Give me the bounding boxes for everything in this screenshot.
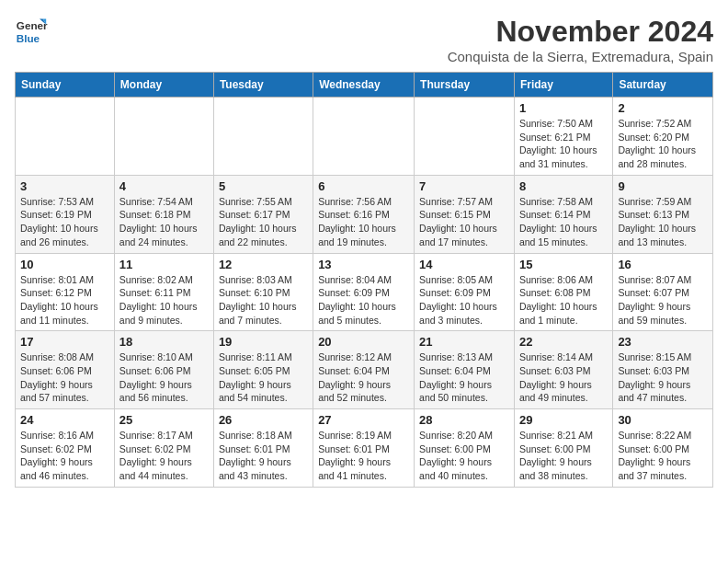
weekday-header-sunday: Sunday: [16, 73, 115, 98]
calendar-cell: 18Sunrise: 8:10 AM Sunset: 6:06 PM Dayli…: [114, 331, 213, 409]
calendar-week-2: 3Sunrise: 7:53 AM Sunset: 6:19 PM Daylig…: [16, 175, 713, 253]
day-detail: Sunrise: 8:16 AM Sunset: 6:02 PM Dayligh…: [20, 429, 109, 483]
calendar-cell: [313, 98, 415, 176]
logo-icon: General Blue: [15, 15, 48, 48]
calendar-cell: 14Sunrise: 8:05 AM Sunset: 6:09 PM Dayli…: [415, 253, 515, 331]
day-number: 5: [219, 179, 308, 193]
day-detail: Sunrise: 8:02 AM Sunset: 6:11 PM Dayligh…: [119, 273, 209, 327]
calendar-cell: 10Sunrise: 8:01 AM Sunset: 6:12 PM Dayli…: [16, 253, 115, 331]
day-detail: Sunrise: 8:06 AM Sunset: 6:08 PM Dayligh…: [519, 273, 608, 327]
title-section: November 2024 Conquista de la Sierra, Ex…: [448, 15, 713, 64]
day-detail: Sunrise: 7:50 AM Sunset: 6:21 PM Dayligh…: [519, 117, 608, 171]
calendar-cell: 19Sunrise: 8:11 AM Sunset: 6:05 PM Dayli…: [213, 331, 313, 409]
day-number: 20: [318, 335, 409, 349]
day-detail: Sunrise: 8:03 AM Sunset: 6:10 PM Dayligh…: [219, 273, 308, 327]
day-number: 26: [219, 413, 308, 427]
day-number: 21: [419, 335, 509, 349]
day-number: 15: [519, 258, 608, 271]
calendar-cell: 3Sunrise: 7:53 AM Sunset: 6:19 PM Daylig…: [16, 175, 115, 253]
calendar-cell: 26Sunrise: 8:18 AM Sunset: 6:01 PM Dayli…: [213, 409, 313, 488]
day-detail: Sunrise: 8:22 AM Sunset: 6:00 PM Dayligh…: [618, 429, 708, 483]
day-number: 2: [618, 101, 708, 115]
day-number: 25: [119, 413, 209, 427]
day-number: 27: [318, 413, 409, 427]
calendar-cell: [415, 98, 515, 176]
day-number: 17: [20, 335, 109, 349]
day-detail: Sunrise: 7:53 AM Sunset: 6:19 PM Dayligh…: [20, 195, 109, 249]
day-detail: Sunrise: 8:13 AM Sunset: 6:04 PM Dayligh…: [419, 350, 509, 405]
calendar-cell: [16, 98, 115, 176]
day-number: 23: [618, 335, 708, 349]
calendar-cell: 17Sunrise: 8:08 AM Sunset: 6:06 PM Dayli…: [16, 331, 115, 409]
day-detail: Sunrise: 7:56 AM Sunset: 6:16 PM Dayligh…: [318, 195, 409, 249]
day-number: 9: [618, 179, 708, 193]
day-number: 14: [419, 258, 509, 271]
day-detail: Sunrise: 8:05 AM Sunset: 6:09 PM Dayligh…: [419, 273, 509, 327]
day-detail: Sunrise: 8:20 AM Sunset: 6:00 PM Dayligh…: [419, 429, 509, 483]
calendar-week-4: 17Sunrise: 8:08 AM Sunset: 6:06 PM Dayli…: [16, 331, 713, 409]
page-header: General Blue November 2024 Conquista de …: [15, 15, 713, 64]
day-detail: Sunrise: 8:14 AM Sunset: 6:03 PM Dayligh…: [519, 350, 608, 405]
weekday-header-friday: Friday: [514, 73, 612, 98]
calendar-cell: [114, 98, 213, 176]
day-detail: Sunrise: 7:57 AM Sunset: 6:15 PM Dayligh…: [419, 195, 509, 249]
calendar-cell: 12Sunrise: 8:03 AM Sunset: 6:10 PM Dayli…: [213, 253, 313, 331]
calendar-cell: 23Sunrise: 8:15 AM Sunset: 6:03 PM Dayli…: [613, 331, 713, 409]
calendar-cell: 7Sunrise: 7:57 AM Sunset: 6:15 PM Daylig…: [415, 175, 515, 253]
logo: General Blue: [15, 15, 48, 48]
weekday-header-tuesday: Tuesday: [213, 73, 313, 98]
day-number: 18: [119, 335, 209, 349]
calendar-cell: 8Sunrise: 7:58 AM Sunset: 6:14 PM Daylig…: [514, 175, 612, 253]
day-detail: Sunrise: 8:19 AM Sunset: 6:01 PM Dayligh…: [318, 429, 409, 483]
calendar-table: SundayMondayTuesdayWednesdayThursdayFrid…: [15, 72, 713, 488]
day-number: 12: [219, 258, 308, 271]
day-detail: Sunrise: 8:10 AM Sunset: 6:06 PM Dayligh…: [119, 350, 209, 405]
day-number: 7: [419, 179, 509, 193]
day-detail: Sunrise: 8:18 AM Sunset: 6:01 PM Dayligh…: [219, 429, 308, 483]
month-title: November 2024: [448, 15, 713, 49]
calendar-cell: 5Sunrise: 7:55 AM Sunset: 6:17 PM Daylig…: [213, 175, 313, 253]
weekday-header-wednesday: Wednesday: [313, 73, 415, 98]
calendar-cell: 28Sunrise: 8:20 AM Sunset: 6:00 PM Dayli…: [415, 409, 515, 488]
calendar-cell: 22Sunrise: 8:14 AM Sunset: 6:03 PM Dayli…: [514, 331, 612, 409]
day-number: 11: [119, 258, 209, 271]
day-detail: Sunrise: 7:55 AM Sunset: 6:17 PM Dayligh…: [219, 195, 308, 249]
location-subtitle: Conquista de la Sierra, Extremadura, Spa…: [448, 49, 713, 64]
day-number: 13: [318, 258, 409, 271]
weekday-header-monday: Monday: [114, 73, 213, 98]
calendar-cell: 21Sunrise: 8:13 AM Sunset: 6:04 PM Dayli…: [415, 331, 515, 409]
calendar-header-row: SundayMondayTuesdayWednesdayThursdayFrid…: [16, 73, 713, 98]
calendar-cell: 20Sunrise: 8:12 AM Sunset: 6:04 PM Dayli…: [313, 331, 415, 409]
day-detail: Sunrise: 7:58 AM Sunset: 6:14 PM Dayligh…: [519, 195, 608, 249]
day-detail: Sunrise: 8:04 AM Sunset: 6:09 PM Dayligh…: [318, 273, 409, 327]
day-detail: Sunrise: 8:01 AM Sunset: 6:12 PM Dayligh…: [20, 273, 109, 327]
day-number: 19: [219, 335, 308, 349]
day-detail: Sunrise: 7:52 AM Sunset: 6:20 PM Dayligh…: [618, 117, 708, 171]
calendar-cell: 30Sunrise: 8:22 AM Sunset: 6:00 PM Dayli…: [613, 409, 713, 488]
day-number: 4: [119, 179, 209, 193]
calendar-cell: 16Sunrise: 8:07 AM Sunset: 6:07 PM Dayli…: [613, 253, 713, 331]
day-number: 22: [519, 335, 608, 349]
day-number: 3: [20, 179, 109, 193]
calendar-cell: 4Sunrise: 7:54 AM Sunset: 6:18 PM Daylig…: [114, 175, 213, 253]
calendar-cell: 9Sunrise: 7:59 AM Sunset: 6:13 PM Daylig…: [613, 175, 713, 253]
weekday-header-saturday: Saturday: [613, 73, 713, 98]
calendar-week-3: 10Sunrise: 8:01 AM Sunset: 6:12 PM Dayli…: [16, 253, 713, 331]
day-number: 30: [618, 413, 708, 427]
calendar-cell: [213, 98, 313, 176]
day-detail: Sunrise: 7:54 AM Sunset: 6:18 PM Dayligh…: [119, 195, 209, 249]
day-number: 6: [318, 179, 409, 193]
day-detail: Sunrise: 8:21 AM Sunset: 6:00 PM Dayligh…: [519, 429, 608, 483]
day-number: 29: [519, 413, 608, 427]
calendar-cell: 27Sunrise: 8:19 AM Sunset: 6:01 PM Dayli…: [313, 409, 415, 488]
day-detail: Sunrise: 7:59 AM Sunset: 6:13 PM Dayligh…: [618, 195, 708, 249]
svg-text:Blue: Blue: [17, 32, 40, 44]
calendar-cell: 13Sunrise: 8:04 AM Sunset: 6:09 PM Dayli…: [313, 253, 415, 331]
calendar-week-5: 24Sunrise: 8:16 AM Sunset: 6:02 PM Dayli…: [16, 409, 713, 488]
day-number: 24: [20, 413, 109, 427]
day-number: 8: [519, 179, 608, 193]
day-number: 28: [419, 413, 509, 427]
calendar-cell: 11Sunrise: 8:02 AM Sunset: 6:11 PM Dayli…: [114, 253, 213, 331]
day-detail: Sunrise: 8:15 AM Sunset: 6:03 PM Dayligh…: [618, 350, 708, 405]
calendar-week-1: 1Sunrise: 7:50 AM Sunset: 6:21 PM Daylig…: [16, 98, 713, 176]
